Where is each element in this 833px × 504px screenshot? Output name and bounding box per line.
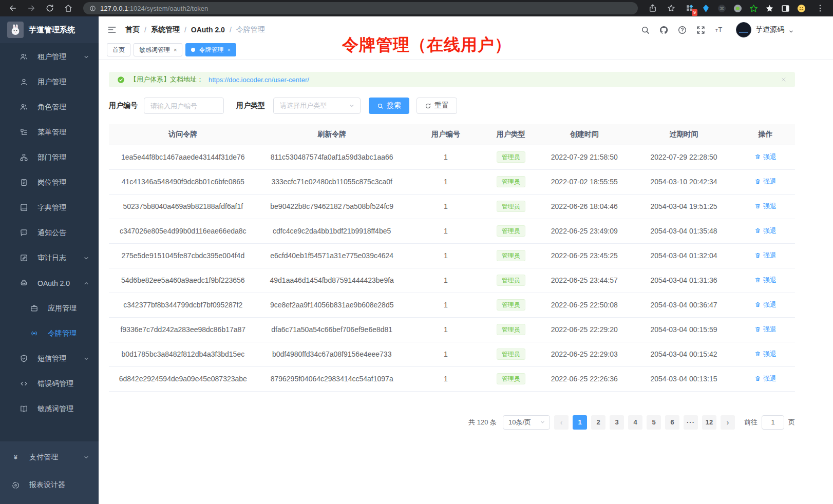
bookmark-star-icon[interactable] <box>667 4 676 13</box>
sidebar-item-oauth2-token[interactable]: 令牌管理 <box>0 321 99 346</box>
user-type-label: 用户类型 <box>236 101 265 110</box>
search-button-label: 搜索 <box>387 101 401 110</box>
address-bar[interactable]: 127.0.0.1:1024/system/oauth2/token <box>83 2 638 14</box>
expire-time-cell: 2054-03-04 01:32:04 <box>632 243 736 268</box>
force-logout-link[interactable]: 强退 <box>754 374 777 383</box>
svg-text:T: T <box>715 28 718 33</box>
sidebar-item-sensitive-word[interactable]: 敏感词管理 <box>0 396 99 421</box>
sidebar-item-dept[interactable]: 部门管理 <box>0 145 99 170</box>
page-button-5[interactable]: 5 <box>647 415 661 430</box>
user-type-select[interactable]: 请选择用户类型 <box>273 98 361 114</box>
sidebar-item-audit-log[interactable]: 审计日志 <box>0 245 99 270</box>
sidebar-item-error-code[interactable]: 错误码管理 <box>0 371 99 396</box>
sidebar-item-report-designer[interactable]: 报表设计器 <box>0 471 99 499</box>
extension-record-icon[interactable] <box>733 4 743 13</box>
page-button-4[interactable]: 4 <box>628 415 642 430</box>
org-icon <box>20 153 28 162</box>
github-icon[interactable] <box>659 25 669 35</box>
share-icon[interactable] <box>648 4 657 13</box>
prev-page-button[interactable]: ‹ <box>554 415 569 430</box>
breadcrumb-item[interactable]: OAuth 2.0 <box>191 26 225 34</box>
next-page-button[interactable]: › <box>721 415 735 430</box>
force-logout-link[interactable]: 强退 <box>754 152 777 162</box>
page-button-2[interactable]: 2 <box>591 415 605 430</box>
tab-close-icon[interactable]: × <box>174 47 177 53</box>
sidebar-item-label: OAuth 2.0 <box>37 279 70 287</box>
page-button-1[interactable]: 1 <box>573 415 587 430</box>
user-type-badge: 管理员 <box>497 299 525 311</box>
home-icon[interactable] <box>64 4 73 13</box>
force-logout-link[interactable]: 强退 <box>754 300 777 309</box>
user-avatar <box>736 22 751 37</box>
sidebar-item-dict[interactable]: 字典管理 <box>0 195 99 220</box>
force-logout-link[interactable]: 强退 <box>754 226 777 236</box>
breadcrumb-item[interactable]: 系统管理 <box>151 25 180 34</box>
user-menu[interactable]: 芋道源码 <box>736 22 794 37</box>
extension-command-icon[interactable]: ⌘ <box>717 4 727 13</box>
sidebar-item-role[interactable]: 角色管理 <box>0 94 99 120</box>
user-id-input[interactable] <box>144 98 224 114</box>
force-logout-link[interactable]: 强退 <box>754 251 777 260</box>
force-logout-link[interactable]: 强退 <box>754 350 777 359</box>
sidebar-collapse-icon[interactable] <box>107 25 117 35</box>
refresh-icon <box>425 103 431 109</box>
search-icon[interactable] <box>640 25 650 35</box>
browser-menu-icon[interactable] <box>816 4 825 13</box>
goto-page-input[interactable] <box>762 415 784 430</box>
tab-close-icon[interactable]: × <box>227 47 230 53</box>
force-logout-link[interactable]: 强退 <box>754 325 777 334</box>
sidebar-item-menu[interactable]: 菜单管理 <box>0 120 99 145</box>
sidebar-item-oauth2-app[interactable]: 应用管理 <box>0 296 99 321</box>
alert-close-icon[interactable] <box>781 76 787 83</box>
doc-link[interactable]: https://doc.iocoder.cn/user-center/ <box>209 76 309 84</box>
reload-icon[interactable] <box>45 4 54 13</box>
sidebar-item-oauth2[interactable]: OAuth 2.0 <box>0 270 99 296</box>
tab-token[interactable]: 令牌管理 × <box>185 43 236 56</box>
help-icon[interactable] <box>677 25 687 35</box>
font-size-icon[interactable]: TT <box>714 25 724 35</box>
user-type-badge: 管理员 <box>497 348 525 360</box>
forward-icon[interactable] <box>27 4 36 13</box>
force-logout-link[interactable]: 强退 <box>754 276 777 285</box>
more-pages-button[interactable]: ··· <box>684 415 698 430</box>
force-logout-link[interactable]: 强退 <box>754 202 777 211</box>
user-id-cell: 1 <box>407 342 485 366</box>
extension-white-star-icon[interactable] <box>765 4 774 13</box>
page-size-select[interactable]: 10条/页 <box>503 415 550 430</box>
reset-button[interactable]: 重置 <box>416 98 457 114</box>
sidebar-item-label: 租户管理 <box>37 52 66 62</box>
extension-grid-icon[interactable]: 9 <box>685 4 695 13</box>
page-button-3[interactable]: 3 <box>610 415 624 430</box>
extension-emoji-icon[interactable] <box>797 4 806 13</box>
force-logout-label: 强退 <box>763 350 777 359</box>
tab-label: 首页 <box>112 46 125 54</box>
back-icon[interactable] <box>8 4 17 13</box>
app-logo-row[interactable]: 芋道管理系统 <box>0 16 99 43</box>
sidebar-item-notice[interactable]: 通知公告 <box>0 220 99 245</box>
trash-icon <box>754 375 761 382</box>
page-button-6[interactable]: 6 <box>665 415 679 430</box>
sidebar-bottom-section: ¥ 支付管理 报表设计器 <box>0 441 99 504</box>
tab-sensitive-word[interactable]: 敏感词管理 × <box>134 43 182 56</box>
extension-gem-icon[interactable] <box>701 4 711 13</box>
extension-green-star-icon[interactable] <box>749 4 759 13</box>
page-button-12[interactable]: 12 <box>702 415 716 430</box>
extension-strip: 9 ⌘ <box>682 4 809 13</box>
user-type-cell: 管理员 <box>485 194 537 219</box>
sidebar-item-tenant[interactable]: 租户管理 <box>0 44 99 69</box>
sidebar-item-post[interactable]: 岗位管理 <box>0 170 99 195</box>
force-logout-link[interactable]: 强退 <box>754 177 777 186</box>
fullscreen-icon[interactable] <box>696 25 706 35</box>
search-button[interactable]: 搜索 <box>369 98 409 114</box>
trash-icon <box>754 277 761 283</box>
sidebar-item-sms[interactable]: 短信管理 <box>0 346 99 371</box>
tab-home[interactable]: 首页 <box>107 43 130 56</box>
sidebar-item-user[interactable]: 用户管理 <box>0 69 99 94</box>
sidebar-item-pay[interactable]: ¥ 支付管理 <box>0 443 99 471</box>
user-id-cell: 1 <box>407 317 485 342</box>
sidebar-item-label: 审计日志 <box>37 254 66 263</box>
info-icon[interactable] <box>89 5 96 12</box>
svg-text:¥: ¥ <box>14 454 17 460</box>
breadcrumb-item[interactable]: 首页 <box>125 25 140 34</box>
extension-sidepanel-icon[interactable] <box>781 4 790 13</box>
